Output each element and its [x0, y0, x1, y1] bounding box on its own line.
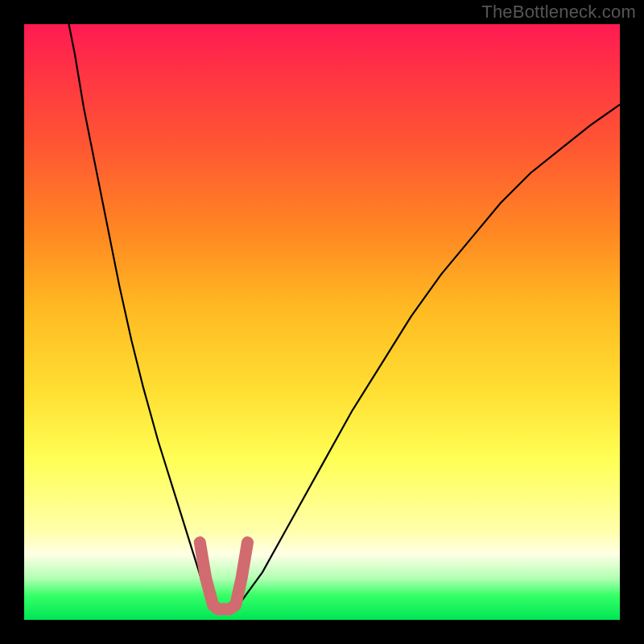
chart-svg	[24, 24, 620, 620]
watermark-text: TheBottleneck.com	[481, 2, 636, 23]
pink-overlay	[200, 543, 247, 609]
plot-area	[24, 24, 620, 620]
chart-root: TheBottleneck.com	[0, 0, 644, 644]
left-curve	[69, 24, 213, 609]
right-curve	[236, 105, 620, 609]
